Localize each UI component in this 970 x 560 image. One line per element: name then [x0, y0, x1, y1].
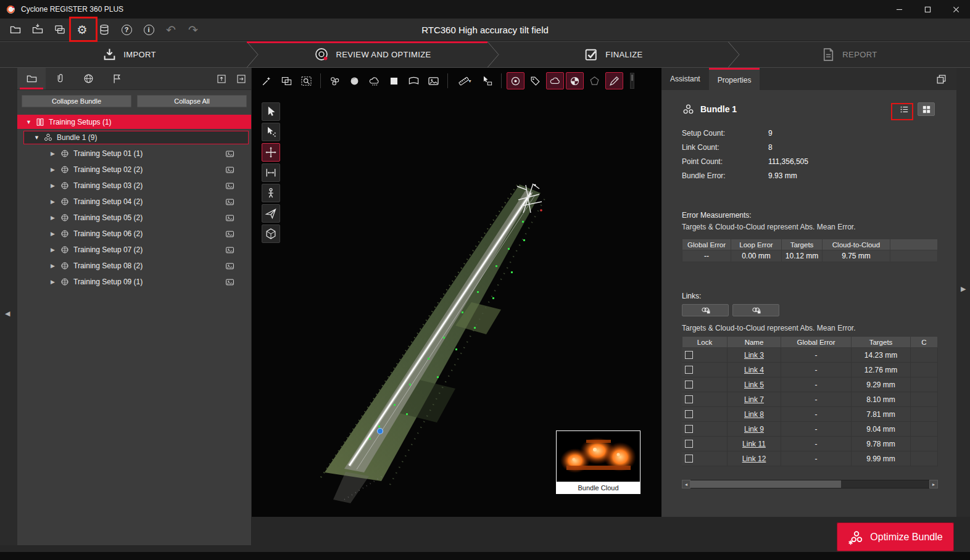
maximize-button[interactable] — [913, 0, 942, 19]
chevron-down-icon[interactable]: ▼ — [34, 134, 42, 141]
lock-checkbox[interactable] — [685, 395, 693, 403]
walk-view-tool-button[interactable] — [262, 184, 280, 202]
pano-image-icon[interactable] — [225, 149, 235, 159]
pano-image-icon[interactable] — [225, 197, 235, 207]
tree-setup-row[interactable]: ▶Training Setup 01 (1) — [17, 146, 251, 162]
chevron-right-icon[interactable]: ▶ — [51, 231, 59, 237]
split-view-button[interactable] — [278, 72, 296, 89]
chevron-down-icon[interactable]: ▼ — [26, 119, 34, 125]
redo-button[interactable]: ↷ — [185, 21, 201, 38]
list-view-button[interactable] — [895, 102, 913, 116]
chevron-right-icon[interactable]: ▶ — [51, 199, 59, 205]
pan-tool-button[interactable] — [262, 143, 280, 162]
tree-bundle-row[interactable]: ▼ Bundle 1 (9) — [23, 131, 249, 144]
quick-tools-button[interactable] — [258, 72, 276, 89]
show-panorama-button[interactable] — [405, 72, 423, 89]
tab-properties[interactable]: Properties — [709, 68, 760, 90]
link-name[interactable]: Link 3 — [744, 351, 764, 360]
lock-checkbox[interactable] — [685, 455, 693, 463]
link-name[interactable]: Link 9 — [744, 425, 764, 434]
tree-setup-row[interactable]: ▶Training Setup 07 (2) — [17, 242, 251, 258]
collapse-all-button[interactable]: Collapse All — [137, 95, 247, 107]
pick-label-button[interactable] — [478, 72, 496, 89]
expand-right-panel-arrow[interactable]: ▶ — [961, 285, 966, 293]
tab-geo[interactable] — [74, 68, 102, 89]
show-plane-button[interactable] — [385, 72, 403, 89]
tab-markers[interactable] — [102, 68, 131, 89]
pano-image-icon[interactable] — [225, 181, 235, 191]
lock-checkbox[interactable] — [685, 410, 693, 418]
storage-button[interactable] — [96, 21, 112, 38]
show-images-button[interactable] — [425, 72, 442, 89]
tree-setup-row[interactable]: ▶Training Setup 05 (2) — [17, 210, 251, 226]
multi-select-tool-button[interactable] — [262, 123, 280, 141]
pano-image-icon[interactable] — [225, 229, 235, 239]
import-project-button[interactable] — [30, 21, 46, 38]
tab-assistant[interactable]: Assistant — [661, 68, 709, 90]
chevron-right-icon[interactable]: ▶ — [51, 247, 59, 253]
fly-tool-button[interactable] — [262, 204, 280, 223]
show-setups-button[interactable] — [326, 72, 344, 89]
workflow-step-review-and-optimize[interactable]: REVIEW AND OPTIMIZE — [247, 41, 499, 68]
tree-root-training-setups[interactable]: ▼ Training Setups (1) — [17, 115, 251, 129]
workflow-step-import[interactable]: IMPORT — [0, 41, 258, 68]
collapse-bundle-button[interactable]: Collapse Bundle — [22, 95, 131, 107]
bundle-cloud-thumbnail[interactable]: Bundle Cloud — [556, 430, 640, 494]
lock-checkbox[interactable] — [685, 440, 693, 448]
link-name[interactable]: Link 8 — [744, 410, 764, 419]
tree-setup-row[interactable]: ▶Training Setup 02 (2) — [17, 162, 251, 178]
toggle-targets-button[interactable] — [507, 72, 524, 89]
link-tool-button-1[interactable] — [682, 304, 729, 316]
grid-view-button[interactable] — [918, 102, 935, 116]
link-name[interactable]: Link 5 — [744, 381, 764, 389]
open-project-button[interactable] — [7, 21, 23, 38]
link-name[interactable]: Link 11 — [742, 440, 766, 448]
measure-button[interactable]: ▾ — [453, 72, 476, 89]
settings-button[interactable]: ⚙ — [74, 21, 90, 38]
pano-image-icon[interactable] — [225, 213, 235, 223]
pano-image-icon[interactable] — [225, 165, 235, 175]
show-sphere-button[interactable] — [346, 72, 363, 89]
dock-action-1-button[interactable] — [212, 68, 231, 89]
link-name[interactable]: Link 12 — [742, 455, 766, 463]
toggle-labels-button[interactable] — [526, 72, 544, 89]
chevron-right-icon[interactable]: ▶ — [51, 150, 59, 157]
dock-action-2-button[interactable] — [231, 68, 251, 89]
lock-checkbox[interactable] — [685, 381, 693, 389]
close-button[interactable] — [942, 0, 970, 19]
chevron-right-icon[interactable]: ▶ — [51, 183, 59, 189]
select-tool-button[interactable] — [262, 102, 280, 121]
toggle-setup-spheres-button[interactable] — [566, 72, 584, 89]
minimize-button[interactable] — [885, 0, 913, 19]
lock-checkbox[interactable] — [685, 366, 693, 374]
scroll-left-button[interactable]: ◂ — [682, 480, 690, 488]
show-pointcloud-button[interactable] — [365, 72, 383, 89]
tab-attachments[interactable] — [46, 68, 74, 89]
project-manager-button[interactable] — [52, 21, 68, 38]
tab-project-files[interactable] — [17, 68, 46, 89]
tree-setup-row[interactable]: ▶Training Setup 06 (2) — [17, 226, 251, 242]
chevron-right-icon[interactable]: ▶ — [51, 263, 59, 269]
fit-view-tool-button[interactable] — [262, 163, 280, 182]
link-name[interactable]: Link 4 — [744, 366, 764, 374]
chevron-right-icon[interactable]: ▶ — [51, 167, 59, 173]
tree-setup-row[interactable]: ▶Training Setup 08 (2) — [17, 258, 251, 274]
link-name[interactable]: Link 7 — [744, 395, 764, 404]
workflow-step-finalize[interactable]: FINALIZE — [487, 41, 739, 68]
panel-layout-button[interactable] — [933, 72, 949, 86]
info-button[interactable]: i — [141, 21, 157, 38]
tree-setup-row[interactable]: ▶Training Setup 03 (2) — [17, 178, 251, 194]
tree-setup-row[interactable]: ▶Training Setup 09 (1) — [17, 274, 251, 290]
links-table-hscrollbar[interactable]: ◂ ▸ — [682, 480, 938, 488]
scrollbar-track[interactable] — [690, 480, 929, 488]
zoom-window-button[interactable] — [297, 72, 315, 89]
lock-checkbox[interactable] — [685, 425, 693, 433]
scroll-right-button[interactable]: ▸ — [929, 480, 938, 488]
annotate-button[interactable] — [605, 72, 623, 89]
toolbar-overflow-scrollbar[interactable] — [630, 73, 634, 89]
scrollbar-thumb[interactable] — [631, 75, 633, 81]
toggle-limitbox-button[interactable] — [586, 72, 603, 89]
collapse-left-panel-arrow[interactable]: ◀ — [5, 310, 10, 318]
pano-image-icon[interactable] — [225, 278, 235, 287]
help-button[interactable]: ? — [118, 21, 135, 38]
